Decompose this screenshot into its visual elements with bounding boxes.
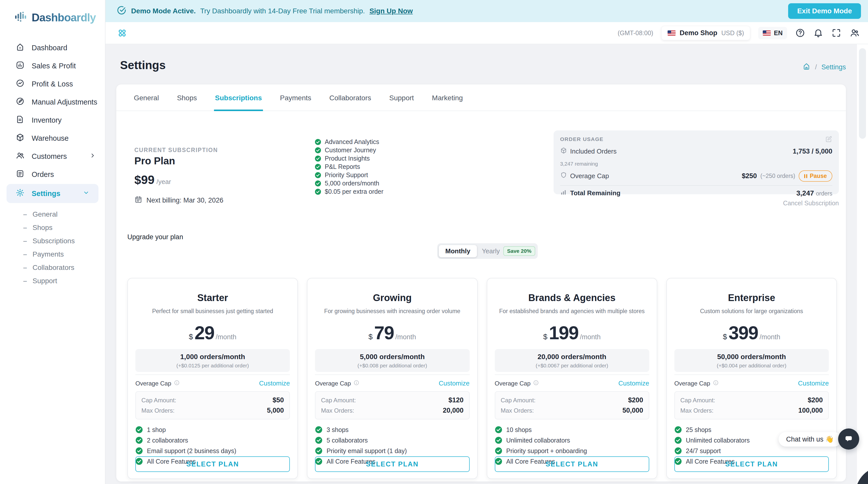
- overage-section: Overage Cap Customize Cap Amount:$50 Max…: [135, 374, 290, 419]
- feature-text: Customer Journey: [325, 147, 376, 154]
- overage-cap-row: Overage Cap $250 (~250 orders) Pause: [560, 171, 832, 182]
- tab-shops[interactable]: Shops: [176, 94, 198, 111]
- sidebar-item-inventory[interactable]: Inventory: [0, 111, 105, 129]
- select-plan-button[interactable]: SELECT PLAN: [315, 456, 469, 472]
- save-badge[interactable]: Save 20%: [503, 246, 535, 256]
- edit-icon[interactable]: [825, 135, 832, 143]
- plan-feature-text: 25 shops: [686, 426, 711, 433]
- subnav-item-payments[interactable]: –Payments: [0, 247, 105, 261]
- shop-selector[interactable]: Demo Shop USD ($): [661, 26, 750, 40]
- chat-launcher-button[interactable]: [838, 428, 859, 450]
- subnav-item-general[interactable]: –General: [0, 208, 105, 221]
- subnav-label: Collaborators: [33, 264, 74, 272]
- subnav-item-shops[interactable]: –Shops: [0, 221, 105, 234]
- tab-general[interactable]: General: [133, 94, 160, 111]
- overage-note: (~250 orders): [761, 173, 796, 179]
- sidebar-item-warehouse[interactable]: Warehouse: [0, 129, 105, 147]
- cap-box: Cap Amount:$200 Max Orders:50,000: [495, 391, 649, 419]
- apps-grid-icon[interactable]: [117, 28, 127, 38]
- notifications-bell-icon[interactable]: [813, 28, 823, 38]
- box-icon: [16, 133, 25, 144]
- cap-box: Cap Amount:$200 Max Orders:100,000: [674, 391, 829, 419]
- customize-link[interactable]: Customize: [798, 380, 829, 387]
- plan-feature-text: Priority support + onboarding: [506, 447, 587, 455]
- subnav-label: Payments: [33, 250, 64, 258]
- sidebar-item-settings[interactable]: Settings: [6, 184, 98, 203]
- gear-icon: [16, 188, 25, 199]
- fullscreen-icon[interactable]: [831, 28, 841, 38]
- cap-amount-value: $120: [448, 396, 463, 404]
- plan-price: $ 399 /month: [674, 322, 829, 343]
- plan-feature: 1 shop: [135, 426, 290, 433]
- chevron-down-icon: [83, 189, 89, 198]
- exit-demo-button[interactable]: Exit Demo Mode: [788, 3, 861, 19]
- home-breadcrumb-icon[interactable]: [802, 62, 810, 72]
- extra-order-price: (+$0.008 per additional order): [317, 363, 467, 369]
- next-billing-text: Next billing: Mar 30, 2026: [147, 196, 223, 204]
- select-plan-button[interactable]: SELECT PLAN: [495, 456, 649, 472]
- sidebar-item-customers[interactable]: Customers: [0, 147, 105, 165]
- select-plan-button[interactable]: SELECT PLAN: [135, 456, 290, 472]
- plan-feature: 10 shops: [495, 426, 649, 433]
- sign-up-link[interactable]: Sign Up Now: [369, 7, 413, 15]
- tab-marketing[interactable]: Marketing: [431, 94, 464, 111]
- feature-text: Priority Support: [325, 171, 368, 179]
- orders-per-month: 1,000 orders/month: [138, 353, 287, 361]
- sidebar-item-label: Sales & Profit: [32, 62, 76, 70]
- currency-symbol: $: [368, 332, 373, 341]
- customize-link[interactable]: Customize: [439, 380, 470, 387]
- plan-feature-text: Email support (2 business days): [147, 447, 236, 455]
- sidebar-item-manual-adjustments[interactable]: Manual Adjustments: [0, 93, 105, 111]
- subnav-item-support[interactable]: –Support: [0, 274, 105, 288]
- info-icon: [174, 380, 180, 387]
- plan-feature: Priority email support (1 day): [315, 447, 469, 455]
- app-logo[interactable]: Dashboardly: [0, 0, 105, 25]
- select-plan-button[interactable]: SELECT PLAN: [674, 456, 829, 472]
- info-icon: [353, 380, 360, 387]
- breadcrumb-current[interactable]: Settings: [821, 63, 846, 71]
- pause-button[interactable]: Pause: [799, 171, 832, 182]
- sidebar-item-orders[interactable]: Orders: [0, 165, 105, 183]
- orders-allowance-box: 20,000 orders/month (+$0.0067 per additi…: [495, 349, 649, 372]
- price-period: /month: [760, 333, 780, 341]
- max-orders-value: 5,000: [267, 406, 284, 414]
- yearly-toggle[interactable]: Yearly: [477, 245, 503, 257]
- overage-section: Overage Cap Customize Cap Amount:$200 Ma…: [495, 374, 649, 419]
- chat-with-us-label[interactable]: Chat with us 👋: [779, 432, 841, 447]
- tab-collaborators[interactable]: Collaborators: [328, 94, 372, 111]
- tab-support[interactable]: Support: [388, 94, 415, 111]
- subnav-label: Support: [33, 277, 57, 285]
- scrollbar[interactable]: [857, 44, 868, 484]
- current-plan-price: $99 /year: [134, 173, 171, 187]
- help-icon[interactable]: [795, 28, 805, 38]
- cancel-subscription-link[interactable]: Cancel Subscription: [783, 200, 839, 207]
- collaborators-icon[interactable]: [849, 28, 860, 38]
- remaining-text: 3,247 remaining: [560, 161, 832, 167]
- tab-payments[interactable]: Payments: [279, 94, 312, 111]
- subnav-item-collaborators[interactable]: –Collaborators: [0, 261, 105, 274]
- customize-link[interactable]: Customize: [618, 380, 649, 387]
- sidebar-item-profit-loss[interactable]: Profit & Loss: [0, 75, 105, 93]
- demo-banner-message: Demo Mode Active. Try Dashboardly with 1…: [117, 5, 413, 17]
- orders-allowance-box: 1,000 orders/month (+$0.0125 per additio…: [135, 349, 290, 372]
- trend-icon: [16, 79, 25, 89]
- dash-bullet: –: [23, 277, 27, 285]
- plan-feature: 24/7 support: [674, 447, 829, 455]
- subnav-item-subscriptions[interactable]: –Subscriptions: [0, 234, 105, 247]
- shop-name: Demo Shop: [680, 29, 717, 37]
- settings-tabs: General Shops Subscriptions Payments Col…: [116, 85, 846, 111]
- max-orders-label: Max Orders:: [501, 407, 534, 414]
- language-selector[interactable]: EN: [758, 27, 787, 39]
- price-number: 79: [374, 322, 394, 343]
- sidebar-item-dashboard[interactable]: Dashboard: [0, 39, 105, 57]
- plan-tagline: For established brands and agencies with…: [495, 308, 649, 314]
- sidebar-item-sales-profit[interactable]: Sales & Profit: [0, 57, 105, 75]
- monthly-toggle[interactable]: Monthly: [439, 245, 477, 257]
- info-icon: [533, 380, 539, 387]
- scrollbar-thumb[interactable]: [859, 48, 866, 139]
- page-title: Settings: [120, 58, 165, 72]
- billing-period-toggle: Monthly Yearly Save 20%: [437, 243, 538, 259]
- customize-link[interactable]: Customize: [259, 380, 290, 387]
- tab-subscriptions[interactable]: Subscriptions: [214, 94, 263, 111]
- feature-item: 5,000 orders/month: [315, 179, 383, 187]
